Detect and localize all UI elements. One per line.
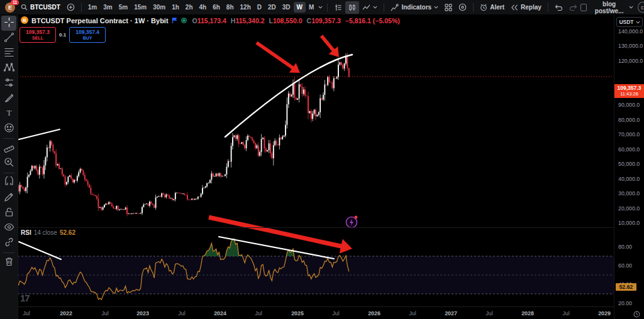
indicators-button[interactable]: Indicators: [387, 1, 441, 14]
grid-icon: [445, 4, 452, 11]
currency-selector[interactable]: USDT: [616, 17, 643, 27]
replay-label: Replay: [521, 4, 541, 11]
price-tick: 120,000.0: [618, 58, 643, 64]
timeframe-bar: 1m3m5m15m30m1h2h4h6h8h12hD2D3DWM: [85, 2, 318, 13]
time-tick: 2028: [521, 310, 534, 316]
price-tick: 80,000.0: [618, 117, 640, 123]
account-circle-button[interactable]: c: [638, 2, 644, 13]
buy-button[interactable]: 109,357.4 BUY: [69, 27, 106, 43]
sidebar-separator: [3, 173, 14, 173]
price-tick: 30,000.0: [618, 190, 640, 197]
svg-text:T: T: [6, 108, 11, 117]
toolbar-separator: [473, 3, 474, 12]
high-value: 115,340.2: [235, 17, 264, 24]
text-tool[interactable]: T: [1, 106, 16, 121]
timeframe-12h[interactable]: 12h: [237, 2, 254, 13]
timeframe-D[interactable]: D: [254, 2, 265, 13]
emoji-tool[interactable]: [1, 121, 16, 136]
avatar-letter: E: [8, 4, 12, 11]
chart-style-line-button[interactable]: [359, 1, 380, 14]
chart-style-candles-button[interactable]: [345, 1, 359, 14]
trendline-tool[interactable]: [1, 31, 16, 46]
timeframe-menu-button[interactable]: [317, 1, 324, 14]
timeframe-5m[interactable]: 5m: [116, 2, 131, 13]
tradingview-logo[interactable]: 17: [20, 293, 30, 303]
pencil-lock-icon: [4, 192, 14, 204]
lock-icon: [4, 207, 14, 219]
drawing-mode-tool[interactable]: [1, 190, 16, 205]
fib-tool[interactable]: [1, 46, 16, 61]
timeframe-2D[interactable]: 2D: [265, 2, 279, 13]
timeframe-3m[interactable]: 3m: [100, 2, 115, 13]
chart-settings-button[interactable]: [331, 1, 345, 14]
chevron-down-icon: [636, 19, 640, 25]
symbol-label: BTCUSDT: [30, 4, 60, 11]
measure-tool[interactable]: [1, 141, 16, 156]
redo-button[interactable]: [566, 1, 580, 14]
layout-checkbox[interactable]: [580, 4, 587, 11]
layout-grid-button[interactable]: [441, 1, 455, 14]
sidebar-separator: [3, 252, 14, 253]
alert-label: Alert: [490, 4, 504, 11]
timeframe-1h[interactable]: 1h: [169, 2, 182, 13]
close-label: C: [307, 17, 312, 24]
timeframe-4h[interactable]: 4h: [196, 2, 210, 13]
quick-search-button[interactable]: [455, 1, 470, 14]
user-avatar[interactable]: E 11: [5, 3, 15, 13]
flag-icon[interactable]: [172, 17, 178, 25]
timeframe-M[interactable]: M: [306, 2, 317, 13]
crosshair-tool[interactable]: [1, 16, 16, 31]
compare-add-button[interactable]: [64, 1, 78, 14]
pane-divider[interactable]: [18, 227, 644, 228]
low-value: 108,550.0: [273, 17, 303, 24]
timeframe-6h[interactable]: 6h: [209, 2, 223, 13]
magnet-tool[interactable]: [1, 175, 16, 190]
timeframe-3D[interactable]: 3D: [279, 2, 294, 13]
layout-name-button[interactable]: blog post/we...: [591, 1, 635, 14]
rsi-tick: 20.00: [618, 300, 632, 306]
last-price-tag: 109,357.3 11:43:26: [614, 84, 644, 98]
last-price-value: 109,357.3: [618, 85, 641, 91]
sync-drawings-tool[interactable]: [1, 235, 16, 251]
sell-button[interactable]: 109,357.3 SELL: [19, 27, 56, 43]
symbol-search-button[interactable]: BTCUSDT: [18, 1, 64, 14]
chart-canvas[interactable]: [0, 0, 644, 319]
time-axis[interactable]: Jul2022Jul2023Jul2024Jul2025Jul2026Jul20…: [18, 306, 614, 319]
timeframe-8h[interactable]: 8h: [223, 2, 237, 13]
rsi-legend[interactable]: RSI 14 close 52.62: [21, 229, 75, 236]
brush-tool[interactable]: [1, 91, 16, 106]
lock-drawings-tool[interactable]: [1, 205, 16, 220]
chevron-down-icon: [629, 6, 633, 9]
pattern-tool[interactable]: [1, 61, 16, 76]
price-tick: 70,000.0: [618, 131, 640, 138]
timeframe-15m[interactable]: 15m: [131, 2, 150, 13]
hide-drawings-tool[interactable]: [1, 220, 16, 235]
time-tick: Jul: [409, 310, 416, 316]
timezone-clock-icon[interactable]: [633, 309, 640, 319]
replay-button[interactable]: Replay: [508, 1, 545, 14]
prediction-tool[interactable]: [1, 76, 16, 91]
order-panel: 109,357.3 SELL 0.1 109,357.4 BUY: [19, 27, 106, 43]
rsi-tick: 80.00: [618, 244, 632, 250]
legend-title[interactable]: BTCUSDT Perpetual Contract · 1W · Bybit: [31, 17, 169, 24]
time-tick: 2022: [60, 310, 72, 316]
timeframe-W[interactable]: W: [294, 2, 306, 13]
top-toolbar: E 11 BTCUSDT 1m3m5m15m30m1h2h4h6h8h12hD2…: [0, 0, 644, 15]
timeframe-30m[interactable]: 30m: [150, 2, 169, 13]
undo-button[interactable]: [552, 1, 566, 14]
drawing-toolbar: T: [0, 14, 18, 319]
rsi-value-tag: 52.62: [616, 283, 636, 291]
zoom-in-tool[interactable]: [1, 156, 16, 171]
sliders-icon: [4, 77, 14, 90]
buy-price: 109,357.4: [75, 30, 99, 35]
svg-text:B: B: [23, 18, 26, 23]
alert-button[interactable]: Alert: [477, 1, 508, 14]
time-tick: 2027: [445, 310, 457, 316]
search-icon: [21, 4, 28, 11]
timeframe-1m[interactable]: 1m: [85, 2, 100, 13]
time-tick: Jul: [23, 310, 30, 316]
timeframe-2h[interactable]: 2h: [182, 2, 196, 13]
chain-link-icon: [4, 237, 14, 249]
price-scale[interactable]: USDT 140,000.0130,000.0120,000.0100,000.…: [614, 14, 644, 319]
remove-drawings-tool[interactable]: [1, 255, 16, 270]
